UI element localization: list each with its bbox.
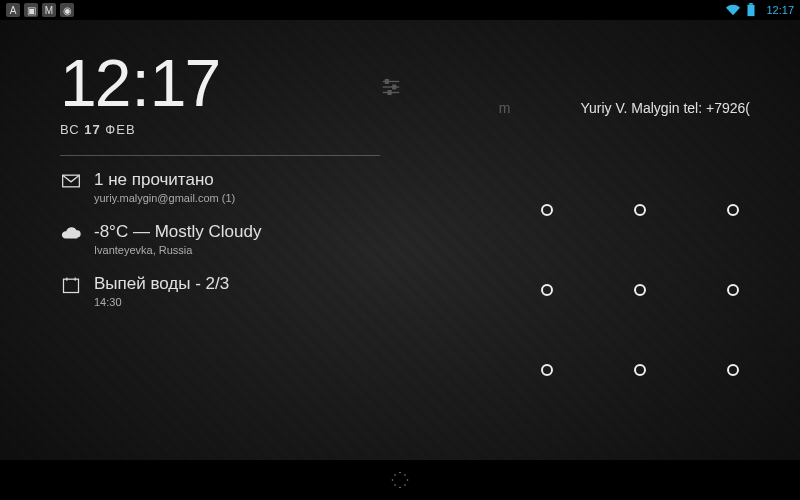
settings-sliders-icon[interactable] [380, 76, 402, 98]
pattern-dot[interactable] [541, 204, 553, 216]
gmail-icon [60, 170, 82, 192]
svg-rect-11 [388, 91, 391, 95]
sync-icon: ◉ [60, 3, 74, 17]
lockscreen-widget: 12:17 ВС 17 ФЕВ 1 не прочитано yuriy.mal… [60, 50, 420, 460]
svg-point-13 [404, 474, 406, 476]
svg-rect-3 [64, 279, 79, 292]
pattern-dot[interactable] [727, 204, 739, 216]
extension-title: Выпей воды - 2/3 [94, 274, 229, 294]
navigation-bar [0, 460, 800, 500]
svg-point-19 [394, 474, 396, 476]
extension-sub: 14:30 [94, 296, 229, 308]
svg-point-15 [404, 484, 406, 486]
battery-icon [746, 3, 760, 17]
date-label: ВС 17 ФЕВ [60, 122, 420, 137]
extension-sub: Ivanteyevka, Russia [94, 244, 261, 256]
svg-point-18 [392, 479, 394, 481]
date-month: ФЕВ [105, 122, 135, 137]
pattern-dot[interactable] [541, 284, 553, 296]
svg-rect-0 [748, 5, 755, 16]
svg-point-14 [407, 479, 409, 481]
extension-weather[interactable]: -8°C — Mostly Cloudy Ivanteyevka, Russia [60, 222, 420, 256]
wifi-icon [726, 3, 740, 17]
pattern-lock[interactable] [500, 170, 780, 410]
extension-title: -8°C — Mostly Cloudy [94, 222, 261, 242]
abp-icon: A [6, 3, 20, 17]
date-dow: ВС [60, 122, 80, 137]
date-day: 17 [84, 122, 100, 137]
svg-rect-1 [750, 3, 754, 5]
owner-hint-fragment: m [499, 100, 511, 116]
gallery-icon: ▣ [24, 3, 38, 17]
extension-title: 1 не прочитано [94, 170, 235, 190]
extension-sub: yuriy.malygin@gmail.com (1) [94, 192, 235, 204]
pattern-dot[interactable] [634, 204, 646, 216]
owner-info: m Yuriy V. Malygin tel: +7926( [499, 100, 750, 116]
extension-calendar[interactable]: Выпей воды - 2/3 14:30 [60, 274, 420, 308]
clock-hours: 12 [60, 50, 129, 116]
svg-point-12 [399, 472, 401, 474]
gmail-status-icon: M [42, 3, 56, 17]
status-right: 12:17 [726, 3, 794, 17]
pattern-dot[interactable] [727, 284, 739, 296]
cloud-icon [60, 222, 82, 244]
clock-widget[interactable]: 12:17 [60, 50, 420, 116]
svg-rect-10 [393, 85, 396, 89]
svg-rect-9 [386, 80, 389, 84]
svg-point-16 [399, 487, 401, 489]
clock-minutes: 17 [150, 50, 219, 116]
pattern-dot[interactable] [634, 284, 646, 296]
status-clock: 12:17 [766, 4, 794, 16]
status-notification-icons: A ▣ M ◉ [6, 3, 74, 17]
divider [60, 155, 380, 156]
svg-point-17 [394, 484, 396, 486]
owner-text: Yuriy V. Malygin tel: +7926( [580, 100, 750, 116]
status-bar: A ▣ M ◉ 12:17 [0, 0, 800, 20]
pattern-dot[interactable] [541, 364, 553, 376]
pattern-dot[interactable] [634, 364, 646, 376]
extension-gmail[interactable]: 1 не прочитано yuriy.malygin@gmail.com (… [60, 170, 420, 204]
calendar-icon [60, 274, 82, 296]
loading-spinner-icon [390, 470, 410, 490]
pattern-dot[interactable] [727, 364, 739, 376]
